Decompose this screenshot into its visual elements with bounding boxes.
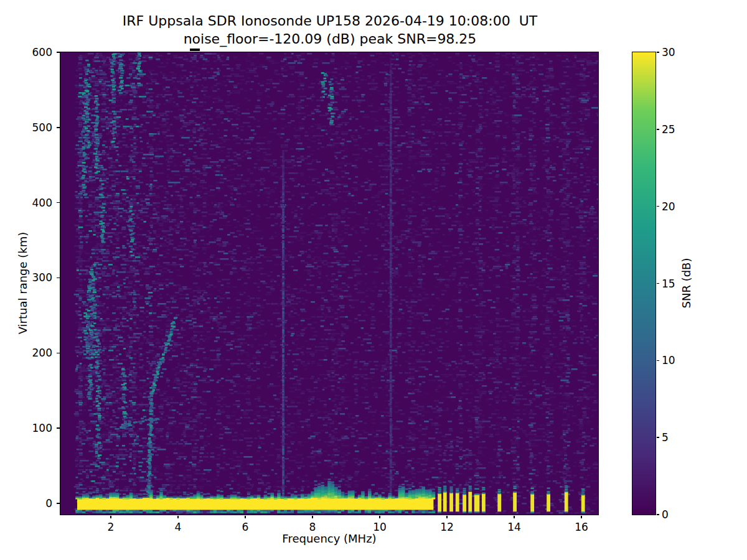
figure: IRF Uppsala SDR Ionosonde UP158 2026-04-… bbox=[0, 0, 747, 560]
y-tick-mark bbox=[57, 202, 60, 203]
colorbar-tick-mark bbox=[657, 514, 660, 515]
y-tick-label: 600 bbox=[25, 46, 52, 58]
colorbar-canvas bbox=[632, 52, 655, 515]
y-tick-mark bbox=[57, 353, 60, 353]
x-tick-label: 6 bbox=[242, 521, 249, 533]
x-tick-mark bbox=[312, 516, 312, 519]
y-tick-mark bbox=[57, 503, 60, 503]
x-tick-mark bbox=[177, 516, 178, 519]
colorbar-tick-label: 25 bbox=[662, 123, 675, 136]
x-tick-label: 10 bbox=[373, 521, 387, 533]
chart-subtitle: noise_floor=-120.09 (dB) peak SNR=98.25 bbox=[60, 31, 599, 47]
colorbar-tick-label: 5 bbox=[662, 431, 669, 444]
colorbar-tick-mark bbox=[657, 206, 660, 207]
x-tick-label: 14 bbox=[507, 521, 521, 533]
ionogram-canvas bbox=[60, 52, 598, 515]
colorbar-tick-label: 20 bbox=[662, 200, 675, 213]
x-tick-mark bbox=[245, 516, 245, 519]
y-tick-label: 300 bbox=[25, 271, 52, 284]
plot-area bbox=[60, 52, 599, 515]
x-tick-label: 8 bbox=[309, 521, 316, 533]
colorbar-tick-label: 30 bbox=[662, 46, 675, 58]
colorbar-label: SNR (dB) bbox=[680, 258, 693, 309]
colorbar-tick-label: 10 bbox=[662, 354, 675, 366]
y-tick-mark bbox=[57, 278, 60, 278]
y-tick-label: 400 bbox=[25, 197, 52, 209]
x-tick-mark bbox=[514, 516, 514, 519]
x-tick-label: 4 bbox=[175, 521, 182, 533]
colorbar-tick-label: 15 bbox=[662, 278, 675, 290]
chart-title: IRF Uppsala SDR Ionosonde UP158 2026-04-… bbox=[60, 13, 599, 29]
y-tick-mark bbox=[57, 427, 60, 428]
y-tick-label: 200 bbox=[25, 347, 52, 359]
colorbar bbox=[632, 52, 656, 515]
no-data-marker bbox=[190, 49, 200, 52]
y-tick-mark bbox=[57, 127, 60, 128]
colorbar-tick-mark bbox=[657, 52, 660, 52]
y-tick-label: 100 bbox=[25, 422, 52, 434]
y-tick-label: 0 bbox=[25, 497, 52, 510]
colorbar-tick-mark bbox=[657, 437, 660, 437]
x-axis-label: Frequency (MHz) bbox=[60, 532, 598, 545]
x-tick-label: 2 bbox=[108, 521, 115, 533]
x-tick-label: 12 bbox=[440, 521, 454, 533]
y-tick-label: 500 bbox=[25, 121, 52, 134]
colorbar-tick-label: 0 bbox=[662, 508, 669, 521]
x-tick-label: 16 bbox=[575, 521, 588, 533]
colorbar-tick-mark bbox=[657, 283, 660, 284]
y-tick-mark bbox=[57, 52, 60, 52]
x-tick-mark bbox=[110, 516, 111, 519]
x-tick-mark bbox=[379, 516, 380, 519]
x-tick-mark bbox=[446, 516, 447, 519]
x-tick-mark bbox=[581, 516, 581, 519]
colorbar-tick-mark bbox=[657, 360, 660, 361]
colorbar-tick-mark bbox=[657, 129, 660, 129]
